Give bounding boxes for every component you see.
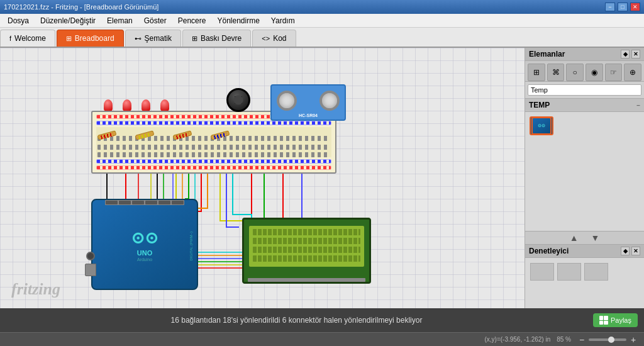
denetleyici-box-3 xyxy=(584,263,608,281)
scroll-area: ▲ ▼ xyxy=(525,231,644,245)
titlebar-controls: − □ ✕ xyxy=(605,3,640,11)
arduino-uno: ⊙⊙ UNO Arduino DIGITAL (PWM~) xyxy=(91,199,198,290)
led-red-4 xyxy=(160,99,169,111)
menu-goster[interactable]: Göster xyxy=(139,15,172,26)
zoom-display: 85 % xyxy=(557,336,571,343)
menubar: Dosya Düzenle/Değiştir Eleman Göster Pen… xyxy=(0,14,644,28)
canvas-area[interactable]: HC-SR04 ⊙⊙ UNO Arduino xyxy=(0,48,525,308)
menu-pencere[interactable]: Pencere xyxy=(173,15,211,26)
main-layout: HC-SR04 ⊙⊙ UNO Arduino xyxy=(0,48,644,308)
denetleyici-detach-button[interactable]: ◆ xyxy=(621,247,630,255)
elemanlar-label: Elemanlar xyxy=(529,50,565,59)
minimize-button[interactable]: − xyxy=(605,3,615,11)
component-item[interactable]: ⊙⊙ xyxy=(528,114,641,137)
lcd-display xyxy=(242,218,371,284)
denetleyici-header: Denetleyici ◆ ✕ xyxy=(525,245,644,258)
zoom-plus-button[interactable]: + xyxy=(629,335,638,345)
component-thumbnail: ⊙⊙ xyxy=(530,116,553,135)
status-message: 16 bağlantıdan 18'si yönlendirildi 6 kon… xyxy=(6,316,587,325)
search-area xyxy=(525,82,644,99)
menu-duzenle[interactable]: Düzenle/Değiştir xyxy=(35,15,101,26)
titlebar-title: 170212021.fzz - Fritzing - [Breadboard G… xyxy=(4,3,158,11)
pcb-icon: ⊞ xyxy=(192,35,197,43)
search-input[interactable] xyxy=(528,84,641,96)
titlebar: 170212021.fzz - Fritzing - [Breadboard G… xyxy=(0,0,644,14)
menu-dosya[interactable]: Dosya xyxy=(3,15,34,26)
ultrasonic-sensor: HC-SR04 xyxy=(270,84,346,121)
category-tabs: ⊞ ⌘ ○ ◉ ☞ ⊕ xyxy=(525,61,644,82)
denetleyici-box-2 xyxy=(557,263,581,281)
led-red-1 xyxy=(104,99,113,111)
cat-power-icon[interactable]: ⊕ xyxy=(624,64,641,81)
fritzing-logo: fritzing xyxy=(11,280,60,299)
tab-pcb[interactable]: ⊞ Baskı Devre xyxy=(182,30,251,47)
cat-all-icon[interactable]: ⊞ xyxy=(528,64,545,81)
close-button[interactable]: ✕ xyxy=(630,3,640,11)
zoom-slider[interactable] xyxy=(589,338,626,341)
zoom-thumb xyxy=(608,337,614,343)
coord-display: (x,y)=(-3.956, -1.262) in xyxy=(484,336,550,343)
elemanlar-controls: ◆ ✕ xyxy=(621,50,640,59)
menu-eleman[interactable]: Eleman xyxy=(102,15,138,26)
elemanlar-header: Elemanlar ◆ ✕ xyxy=(525,48,644,61)
share-button[interactable]: Paylaş xyxy=(593,313,638,327)
buzzer xyxy=(226,88,250,112)
scroll-down-arrow[interactable]: ▼ xyxy=(591,233,600,243)
denetleyici-box-1 xyxy=(530,263,554,281)
elemanlar-close-button[interactable]: ✕ xyxy=(631,50,640,59)
tabbar: f Welcome ⊞ Breadboard ⊷ Şematik ⊞ Baskı… xyxy=(0,28,644,48)
elemanlar-detach-button[interactable]: ◆ xyxy=(621,50,630,59)
cat-connector-icon[interactable]: ⌘ xyxy=(547,64,565,81)
led-red-2 xyxy=(123,99,131,111)
tab-schematic[interactable]: ⊷ Şematik xyxy=(125,30,181,47)
tab-code[interactable]: <> Kod xyxy=(252,30,296,47)
cat-sensor-icon[interactable]: ◉ xyxy=(586,64,603,81)
temp-collapse-icon[interactable]: − xyxy=(636,102,640,109)
tab-breadboard[interactable]: ⊞ Breadboard xyxy=(57,30,124,47)
scroll-up-arrow[interactable]: ▲ xyxy=(570,233,579,243)
denetleyici-close-button[interactable]: ✕ xyxy=(631,247,640,255)
denetleyici-content xyxy=(525,258,644,308)
share-grid-icon xyxy=(599,316,608,325)
zoom-slider-area: − + xyxy=(577,335,638,345)
led-red-3 xyxy=(142,99,150,111)
tab-welcome[interactable]: f Welcome xyxy=(0,30,55,47)
components-area: ⊙⊙ xyxy=(525,112,644,231)
zoom-minus-button[interactable]: − xyxy=(577,335,586,345)
breadboard-icon: ⊞ xyxy=(66,35,72,43)
denetleyici-section: Denetleyici ◆ ✕ xyxy=(525,245,644,308)
maximize-button[interactable]: □ xyxy=(618,3,628,11)
cat-wireless-icon[interactable]: ☞ xyxy=(605,64,623,81)
toolbar: (x,y)=(-3.956, -1.262) in 85 % − + xyxy=(0,332,644,346)
menu-yardim[interactable]: Yardım xyxy=(266,15,300,26)
right-panel: Elemanlar ◆ ✕ ⊞ ⌘ ○ ◉ ☞ ⊕ TEMP − xyxy=(525,48,644,308)
cat-output-icon[interactable]: ○ xyxy=(566,64,584,81)
code-icon: <> xyxy=(262,35,270,42)
denetleyici-controls: ◆ ✕ xyxy=(621,247,640,255)
menu-yonlendirme[interactable]: Yönlendirme xyxy=(212,15,264,26)
statusbar: 16 bağlantıdan 18'si yönlendirildi 6 kon… xyxy=(0,308,644,332)
temp-section-label: TEMP − xyxy=(525,99,644,112)
schematic-icon: ⊷ xyxy=(135,35,142,43)
welcome-icon: f xyxy=(9,35,11,42)
